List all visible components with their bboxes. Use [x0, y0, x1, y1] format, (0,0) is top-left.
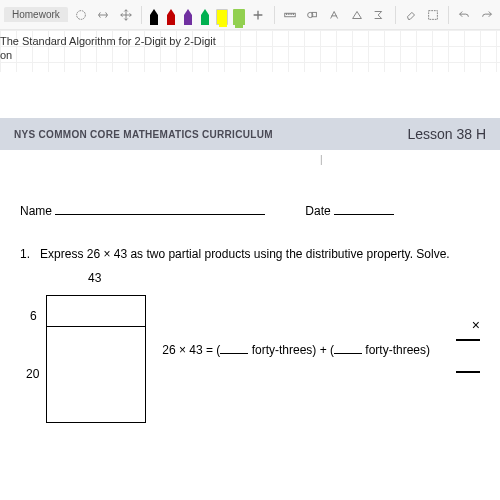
times-sign: ×: [472, 317, 480, 333]
worksheet-content: Name Date 1. Express 26 × 43 as two part…: [0, 165, 500, 447]
area-bottom-box: [46, 327, 146, 423]
move-icon[interactable]: [117, 5, 135, 25]
expr-lhs: 26 × 43 = (: [162, 343, 220, 357]
svg-rect-4: [429, 10, 438, 19]
ruler-icon[interactable]: [281, 5, 299, 25]
svg-point-0: [77, 10, 86, 19]
model-side-label-a: 6: [30, 309, 37, 323]
name-label: Name: [20, 204, 52, 218]
redo-icon[interactable]: [478, 5, 496, 25]
name-blank[interactable]: [55, 203, 265, 215]
date-label: Date: [305, 204, 330, 218]
selection-icon[interactable]: [424, 5, 442, 25]
pen-black[interactable]: [148, 5, 161, 25]
worksheet-page: NYS COMMON CORE MATHEMATICS CURRICULUM L…: [0, 72, 500, 447]
area-top-box: [46, 295, 146, 327]
subtitle-line-1: The Standard Algorithm for 2-Digit by 2-…: [0, 34, 260, 48]
question-1: 1. Express 26 × 43 as two partial produc…: [20, 246, 480, 263]
model-top-label: 43: [88, 271, 101, 285]
pen-red[interactable]: [165, 5, 178, 25]
pen-green[interactable]: [199, 5, 212, 25]
shapes-icon[interactable]: [303, 5, 321, 25]
highlighter-green[interactable]: [232, 5, 245, 25]
worksheet-header: NYS COMMON CORE MATHEMATICS CURRICULUM L…: [0, 118, 500, 150]
lesson-label: Lesson 38 H: [407, 126, 486, 142]
mult-line-2: [456, 371, 480, 373]
toolbar: Homework: [0, 0, 500, 30]
eraser-icon[interactable]: [401, 5, 419, 25]
separator: [141, 6, 142, 24]
model-side-label-b: 20: [26, 367, 39, 381]
ink-to-text-icon[interactable]: [325, 5, 343, 25]
expr-blank-2[interactable]: [334, 344, 362, 354]
lasso-select-icon[interactable]: [72, 5, 90, 25]
distributive-expression: 26 × 43 = ( forty-threes) + ( forty-thre…: [162, 343, 430, 357]
expr-mid: forty-threes) + (: [248, 343, 334, 357]
mult-line-1: [456, 339, 480, 341]
separator: [448, 6, 449, 24]
question-number: 1.: [20, 247, 30, 261]
add-pen-icon[interactable]: [249, 5, 267, 25]
highlighter-yellow[interactable]: [215, 5, 228, 25]
work-row: 43 6 20 26 × 43 = ( forty-threes) + ( fo…: [20, 287, 480, 437]
separator: [395, 6, 396, 24]
vertical-multiplication: ×: [456, 317, 480, 373]
expr-blank-1[interactable]: [220, 344, 248, 354]
subtitle-line-2: on: [0, 48, 260, 62]
date-blank[interactable]: [334, 203, 394, 215]
page-subtitle: The Standard Algorithm for 2-Digit by 2-…: [0, 34, 260, 63]
ink-to-math-icon[interactable]: [370, 5, 388, 25]
area-model: 43 6 20: [20, 287, 142, 437]
pen-purple[interactable]: [182, 5, 195, 25]
expr-tail: forty-threes): [362, 343, 430, 357]
page-subtitle-area: The Standard Algorithm for 2-Digit by 2-…: [0, 30, 500, 72]
insert-space-icon[interactable]: [94, 5, 112, 25]
name-date-row: Name Date: [20, 203, 480, 218]
document-tab[interactable]: Homework: [4, 7, 68, 22]
question-text: Express 26 × 43 as two partial products …: [40, 247, 450, 261]
curriculum-label: NYS COMMON CORE MATHEMATICS CURRICULUM: [14, 129, 273, 140]
ink-to-shape-icon[interactable]: [348, 5, 366, 25]
text-cursor: |: [320, 154, 500, 165]
separator: [274, 6, 275, 24]
undo-icon[interactable]: [455, 5, 473, 25]
